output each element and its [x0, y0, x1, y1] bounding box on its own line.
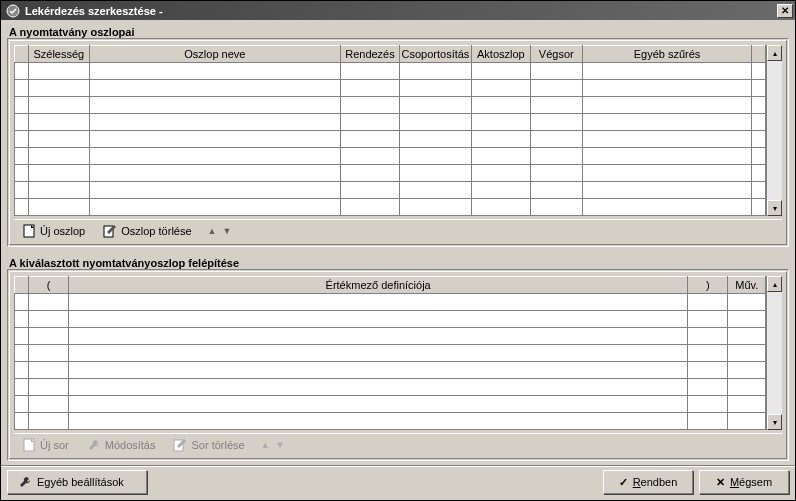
table-row[interactable]	[15, 199, 766, 216]
new-icon	[22, 224, 36, 238]
cancel-label-rest: égsem	[739, 476, 772, 488]
other-settings-button[interactable]: Egyéb beállítások	[7, 470, 147, 494]
table-row[interactable]	[15, 413, 766, 430]
table-row[interactable]	[15, 182, 766, 199]
table-row[interactable]	[15, 345, 766, 362]
table-row[interactable]	[15, 311, 766, 328]
check-icon	[619, 476, 628, 489]
new-column-label: Új oszlop	[40, 225, 85, 237]
modify-label: Módosítás	[105, 439, 156, 451]
col-open[interactable]: (	[29, 277, 69, 294]
delete-row-label: Sor törlése	[191, 439, 244, 451]
window: Lekérdezés szerkesztése - ✕ A nyomtatván…	[0, 0, 796, 501]
wrench-icon	[87, 438, 101, 452]
delete-column-button[interactable]: Oszlop törlése	[101, 223, 193, 239]
col-actcol[interactable]: Aktoszlop	[472, 46, 530, 63]
x-icon	[716, 476, 725, 489]
scroll-up-button[interactable]: ▴	[767, 276, 782, 292]
table-row[interactable]	[15, 114, 766, 131]
wrench-icon	[18, 475, 32, 489]
scroll-track[interactable]	[767, 61, 782, 200]
columns-grid[interactable]: Szélesség Oszlop neve Rendezés Csoportos…	[14, 45, 766, 216]
col-filter[interactable]: Egyéb szűrés	[582, 46, 751, 63]
ok-button[interactable]: Rendben	[603, 470, 693, 494]
table-row[interactable]	[15, 80, 766, 97]
table-row[interactable]	[15, 328, 766, 345]
columns-scrollbar[interactable]: ▴ ▾	[766, 45, 782, 216]
window-title: Lekérdezés szerkesztése -	[25, 5, 777, 17]
delete-column-label: Oszlop törlése	[121, 225, 191, 237]
footer-bar: Egyéb beállítások Rendben Mégsem	[1, 465, 795, 500]
app-icon	[5, 3, 21, 19]
table-row[interactable]	[15, 294, 766, 311]
edit-delete-icon	[173, 438, 187, 452]
table-row[interactable]	[15, 362, 766, 379]
table-row[interactable]	[15, 379, 766, 396]
scroll-down-button[interactable]: ▾	[767, 414, 782, 430]
section-a-label: A nyomtatvány oszlopai	[9, 26, 787, 38]
definition-scrollbar[interactable]: ▴ ▾	[766, 276, 782, 430]
move-down-button[interactable]: ▼	[276, 440, 285, 450]
definition-panel: ( Értékmező definíciója ) Műv.	[7, 269, 789, 461]
modify-button[interactable]: Módosítás	[85, 437, 158, 453]
ok-label-rest: endben	[641, 476, 678, 488]
definition-toolbar: Új sor Módosítás Sor törlé	[14, 433, 782, 454]
move-down-button[interactable]: ▼	[222, 226, 231, 236]
content: A nyomtatvány oszlopai	[1, 20, 795, 465]
definition-grid[interactable]: ( Értékmező definíciója ) Műv.	[14, 276, 766, 430]
columns-toolbar: Új oszlop Oszlop törlése ▲ ▼	[14, 219, 782, 240]
other-settings-label: Egyéb beállítások	[37, 476, 124, 488]
col-rowmark-b[interactable]	[15, 277, 29, 294]
col-op[interactable]: Műv.	[728, 277, 766, 294]
col-rowmark[interactable]	[15, 46, 29, 63]
move-up-button[interactable]: ▲	[208, 226, 217, 236]
new-column-button[interactable]: Új oszlop	[20, 223, 87, 239]
col-close[interactable]: )	[688, 277, 728, 294]
table-row[interactable]	[15, 131, 766, 148]
table-row[interactable]	[15, 165, 766, 182]
delete-row-button[interactable]: Sor törlése	[171, 437, 246, 453]
col-name[interactable]: Oszlop neve	[89, 46, 341, 63]
move-up-button[interactable]: ▲	[261, 440, 270, 450]
col-endrow[interactable]: Végsor	[530, 46, 582, 63]
titlebar: Lekérdezés szerkesztése - ✕	[1, 1, 795, 20]
edit-delete-icon	[103, 224, 117, 238]
section-b-label: A kiválasztott nyomtatványoszlop felépít…	[9, 257, 787, 269]
col-group[interactable]: Csoportosítás	[399, 46, 472, 63]
table-row[interactable]	[15, 148, 766, 165]
scroll-track[interactable]	[767, 292, 782, 414]
col-tail[interactable]	[752, 46, 766, 63]
scroll-up-button[interactable]: ▴	[767, 45, 782, 61]
scroll-down-button[interactable]: ▾	[767, 200, 782, 216]
table-row[interactable]	[15, 396, 766, 413]
cancel-button[interactable]: Mégsem	[699, 470, 789, 494]
new-icon	[22, 438, 36, 452]
close-button[interactable]: ✕	[777, 4, 793, 18]
new-row-label: Új sor	[40, 439, 69, 451]
col-def[interactable]: Értékmező definíciója	[69, 277, 688, 294]
col-sort[interactable]: Rendezés	[341, 46, 399, 63]
columns-panel: Szélesség Oszlop neve Rendezés Csoportos…	[7, 38, 789, 247]
table-row[interactable]	[15, 97, 766, 114]
table-row[interactable]	[15, 63, 766, 80]
col-width[interactable]: Szélesség	[29, 46, 89, 63]
new-row-button[interactable]: Új sor	[20, 437, 71, 453]
